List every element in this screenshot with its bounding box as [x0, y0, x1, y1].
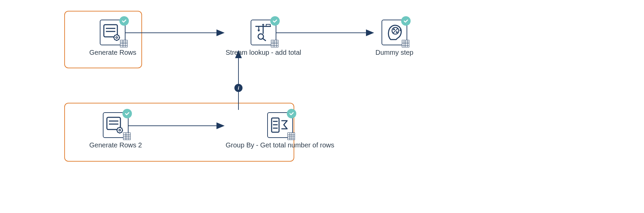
grid-icon [402, 40, 409, 47]
node-stream-lookup[interactable]: Stream lookup - add total [226, 20, 301, 56]
generate-rows-2-icon-box [103, 112, 129, 138]
dummy-step-icon-box [382, 20, 407, 45]
svg-line-16 [114, 39, 115, 40]
node-label: Stream lookup - add total [226, 49, 301, 56]
group-by-icon-box [267, 112, 293, 138]
generate-rows-icon [106, 117, 125, 134]
svg-marker-22 [257, 30, 260, 32]
grid-icon [271, 40, 278, 47]
check-icon [401, 16, 411, 26]
svg-point-26 [393, 29, 395, 30]
node-label: Dummy step [375, 49, 413, 56]
node-label: Group By - Get total number of rows [226, 141, 334, 149]
node-generate-rows[interactable]: Generate Rows [89, 20, 136, 56]
dummy-step-icon [385, 23, 404, 42]
grid-icon [123, 133, 131, 140]
generate-rows-icon [103, 24, 122, 41]
stream-lookup-icon [254, 24, 273, 41]
svg-rect-20 [266, 24, 270, 26]
node-dummy-step[interactable]: Dummy step [375, 20, 413, 56]
check-icon [119, 16, 129, 26]
svg-point-27 [396, 31, 398, 33]
stream-lookup-icon-box [251, 20, 276, 45]
svg-line-24 [263, 39, 266, 41]
node-label: Generate Rows 2 [89, 141, 142, 149]
check-icon [287, 109, 296, 118]
grid-icon [288, 133, 295, 140]
diagram-canvas: i [0, 0, 644, 213]
svg-line-13 [114, 35, 115, 36]
check-icon [270, 16, 280, 26]
node-label: Generate Rows [89, 49, 136, 56]
group-by-icon [271, 117, 289, 133]
info-badge-text: i [238, 85, 239, 91]
grid-icon [120, 40, 128, 47]
node-group-by[interactable]: Group By - Get total number of rows [226, 112, 334, 149]
svg-line-15 [118, 35, 119, 36]
generate-rows-icon-box [100, 20, 125, 45]
info-badge: i [234, 84, 243, 92]
check-icon [122, 109, 132, 118]
svg-line-14 [118, 39, 119, 40]
svg-marker-19 [262, 24, 264, 25]
svg-line-38 [117, 128, 118, 128]
svg-line-41 [117, 132, 118, 133]
svg-line-40 [121, 128, 122, 128]
node-generate-rows-2[interactable]: Generate Rows 2 [89, 112, 142, 149]
svg-line-39 [121, 132, 122, 133]
